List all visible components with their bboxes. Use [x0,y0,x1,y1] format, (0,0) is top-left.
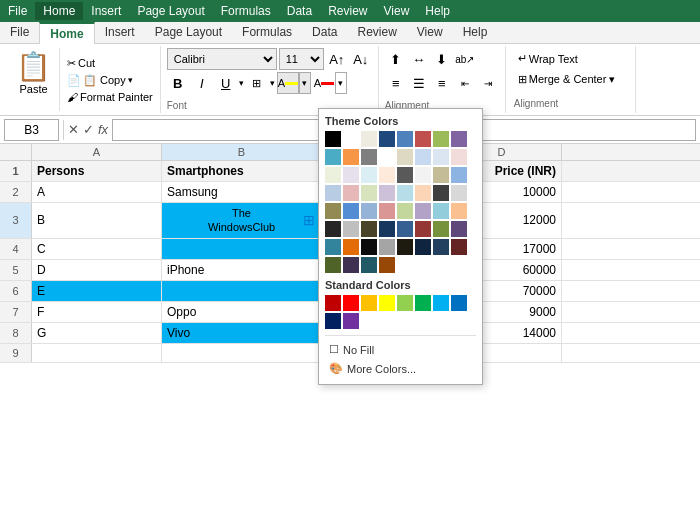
theme-color-swatch[interactable] [379,221,395,237]
menu-home[interactable]: Home [35,2,83,20]
theme-color-swatch[interactable] [433,167,449,183]
theme-color-swatch[interactable] [343,149,359,165]
tab-page-layout[interactable]: Page Layout [145,22,232,43]
wrap-text-button[interactable]: ↵ Wrap Text [514,50,582,67]
increase-indent-button[interactable]: ⇥ [477,72,499,94]
theme-color-swatch[interactable] [361,239,377,255]
align-middle-button[interactable]: ↔ [408,48,430,70]
theme-color-swatch[interactable] [343,239,359,255]
tab-formulas[interactable]: Formulas [232,22,302,43]
menu-page-layout[interactable]: Page Layout [129,2,212,20]
theme-color-swatch[interactable] [397,167,413,183]
tab-file[interactable]: File [0,22,39,43]
theme-color-swatch[interactable] [379,167,395,183]
standard-color-swatch[interactable] [397,295,413,311]
cell-a5[interactable]: D [32,260,162,280]
standard-color-swatch[interactable] [433,295,449,311]
theme-color-swatch[interactable] [451,185,467,201]
cell-a3[interactable]: B [32,203,162,238]
menu-file[interactable]: File [0,2,35,20]
theme-color-swatch[interactable] [343,257,359,273]
border-dropdown[interactable]: ▾ [270,78,275,88]
fill-color-button[interactable]: A [277,72,299,94]
theme-color-swatch[interactable] [433,149,449,165]
font-color-button[interactable]: A [313,72,335,94]
theme-color-swatch[interactable] [397,221,413,237]
fill-color-dropdown[interactable]: ▾ [299,72,311,94]
tab-insert[interactable]: Insert [95,22,145,43]
theme-color-swatch[interactable] [343,203,359,219]
align-bottom-button[interactable]: ⬇ [431,48,453,70]
theme-color-swatch[interactable] [379,131,395,147]
paste-button[interactable]: 📋 Paste [8,48,60,111]
menu-formulas[interactable]: Formulas [213,2,279,20]
cell-b5[interactable]: iPhone [162,260,322,280]
cancel-formula-icon[interactable]: ✕ [68,122,79,137]
theme-color-swatch[interactable] [325,221,341,237]
menu-insert[interactable]: Insert [83,2,129,20]
tab-help[interactable]: Help [453,22,498,43]
theme-color-swatch[interactable] [451,239,467,255]
theme-color-swatch[interactable] [433,239,449,255]
menu-help[interactable]: Help [417,2,458,20]
standard-color-swatch[interactable] [451,295,467,311]
font-size-select[interactable]: 11 [279,48,324,70]
cell-b2[interactable]: Samsung [162,182,322,202]
align-right-button[interactable]: ≡ [431,72,453,94]
theme-color-swatch[interactable] [325,257,341,273]
theme-color-swatch[interactable] [325,185,341,201]
menu-view[interactable]: View [376,2,418,20]
theme-color-swatch[interactable] [343,221,359,237]
theme-color-swatch[interactable] [415,203,431,219]
theme-color-swatch[interactable] [415,221,431,237]
theme-color-swatch[interactable] [361,185,377,201]
orientation-button[interactable]: ab↗ [454,48,476,70]
theme-color-swatch[interactable] [397,185,413,201]
theme-color-swatch[interactable] [361,167,377,183]
theme-color-swatch[interactable] [433,185,449,201]
theme-color-swatch[interactable] [415,167,431,183]
standard-color-swatch[interactable] [415,295,431,311]
col-header-b[interactable]: B [162,144,322,160]
theme-color-swatch[interactable] [415,149,431,165]
no-fill-button[interactable]: ☐ No Fill [325,340,476,359]
cell-b4[interactable] [162,239,322,259]
theme-color-swatch[interactable] [361,257,377,273]
theme-color-swatch[interactable] [433,203,449,219]
font-color-dropdown[interactable]: ▾ [335,72,347,94]
theme-color-swatch[interactable] [451,167,467,183]
cell-a6[interactable]: E [32,281,162,301]
theme-color-swatch[interactable] [451,221,467,237]
standard-color-swatch[interactable] [343,295,359,311]
align-top-button[interactable]: ⬆ [385,48,407,70]
cut-button[interactable]: ✂ Cut [64,56,156,71]
theme-color-swatch[interactable] [325,131,341,147]
menu-data[interactable]: Data [279,2,320,20]
font-name-select[interactable]: Calibri [167,48,277,70]
theme-color-swatch[interactable] [379,203,395,219]
theme-color-swatch[interactable] [397,239,413,255]
cell-b3[interactable]: TheWindowsClub ⊞ [162,203,322,238]
theme-color-swatch[interactable] [415,239,431,255]
cell-a8[interactable]: G [32,323,162,343]
theme-color-swatch[interactable] [325,239,341,255]
cell-a4[interactable]: C [32,239,162,259]
standard-color-swatch[interactable] [361,295,377,311]
cell-b9[interactable] [162,344,322,362]
theme-color-swatch[interactable] [379,257,395,273]
bold-button[interactable]: B [167,72,189,94]
theme-color-swatch[interactable] [397,149,413,165]
insert-function-icon[interactable]: fx [98,122,108,137]
theme-color-swatch[interactable] [379,185,395,201]
decrease-font-button[interactable]: A↓ [350,48,372,70]
theme-color-swatch[interactable] [415,131,431,147]
theme-color-swatch[interactable] [433,221,449,237]
theme-color-swatch[interactable] [361,221,377,237]
tab-home[interactable]: Home [39,22,94,44]
cell-a2[interactable]: A [32,182,162,202]
theme-color-swatch[interactable] [361,203,377,219]
cell-reference-input[interactable] [4,119,59,141]
cell-b8[interactable]: Vivo [162,323,322,343]
theme-color-swatch[interactable] [325,203,341,219]
align-center-button[interactable]: ☰ [408,72,430,94]
